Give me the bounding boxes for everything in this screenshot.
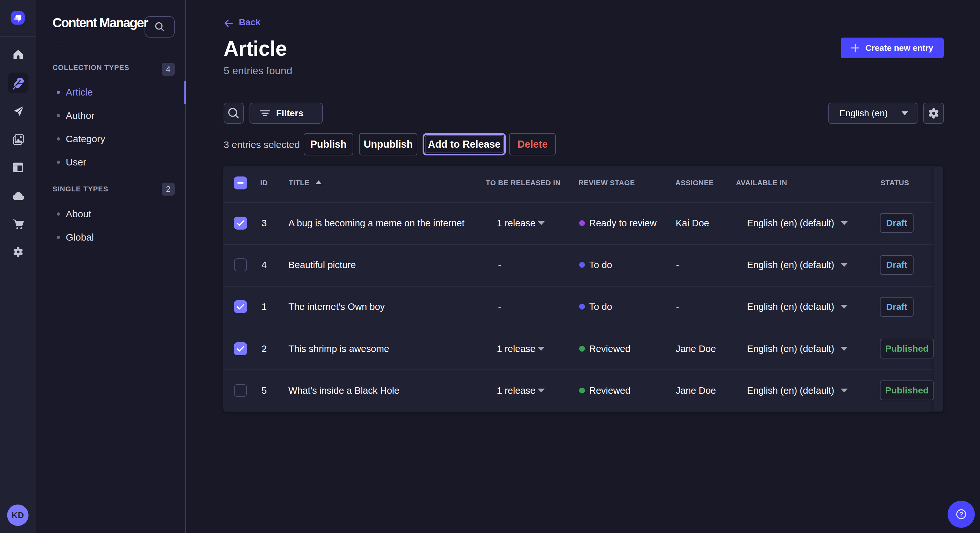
svg-text:?: ? — [959, 511, 963, 518]
